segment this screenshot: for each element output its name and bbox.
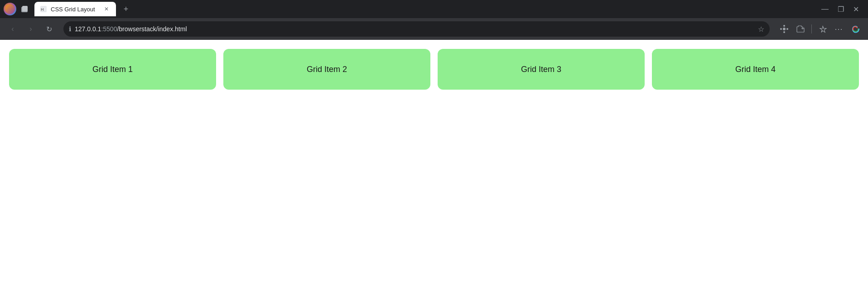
nav-bar: ‹ › ↻ ℹ 127.0.0.1:5500/browserstack/inde… xyxy=(0,18,868,40)
svg-point-8 xyxy=(786,28,788,30)
svg-point-6 xyxy=(783,31,785,33)
avatar xyxy=(4,3,16,15)
svg-text:H: H xyxy=(41,7,44,12)
tab-group-icon xyxy=(20,5,29,14)
grid-item-3: Grid Item 3 xyxy=(438,49,645,90)
back-button[interactable]: ‹ xyxy=(5,22,20,36)
sidebar-icon[interactable] xyxy=(777,22,791,36)
browser-chrome: H CSS Grid Layout ✕ + — ❐ ✕ ‹ › ↻ ℹ 127.… xyxy=(0,0,868,40)
nav-right-buttons: ⋯ xyxy=(777,22,863,36)
svg-point-4 xyxy=(783,28,786,30)
svg-point-7 xyxy=(780,28,782,30)
extensions-button[interactable] xyxy=(793,22,808,36)
favorites-button[interactable] xyxy=(815,22,830,36)
svg-point-5 xyxy=(783,25,785,27)
url-text: 127.0.0.1:5500/browserstack/index.html xyxy=(75,25,187,33)
tab-close-button[interactable]: ✕ xyxy=(102,5,111,13)
window-controls: — ❐ ✕ xyxy=(821,5,864,14)
tab-bar: H CSS Grid Layout ✕ + — ❐ ✕ xyxy=(0,0,868,18)
svg-rect-1 xyxy=(22,6,28,11)
tab-title: CSS Grid Layout xyxy=(51,6,99,13)
grid-item-2: Grid Item 2 xyxy=(223,49,430,90)
new-tab-button[interactable]: + xyxy=(120,3,132,15)
grid-item-1: Grid Item 1 xyxy=(9,49,216,90)
minimize-button[interactable]: — xyxy=(821,5,829,13)
tab-favicon: H xyxy=(40,5,47,13)
address-bar[interactable]: ℹ 127.0.0.1:5500/browserstack/index.html… xyxy=(63,21,770,37)
active-tab[interactable]: H CSS Grid Layout ✕ xyxy=(34,2,116,16)
info-icon: ℹ xyxy=(69,25,71,33)
more-button[interactable]: ⋯ xyxy=(832,22,846,36)
close-button[interactable]: ✕ xyxy=(853,5,859,14)
edge-logo xyxy=(848,22,863,36)
refresh-button[interactable]: ↻ xyxy=(42,22,56,36)
restore-button[interactable]: ❐ xyxy=(838,5,844,14)
forward-button[interactable]: › xyxy=(24,22,38,36)
grid-container: Grid Item 1 Grid Item 2 Grid Item 3 Grid… xyxy=(9,49,859,90)
grid-item-4: Grid Item 4 xyxy=(652,49,859,90)
bookmark-icon[interactable]: ☆ xyxy=(758,25,764,34)
page-content: Grid Item 1 Grid Item 2 Grid Item 3 Grid… xyxy=(0,40,868,307)
nav-divider xyxy=(811,24,812,34)
